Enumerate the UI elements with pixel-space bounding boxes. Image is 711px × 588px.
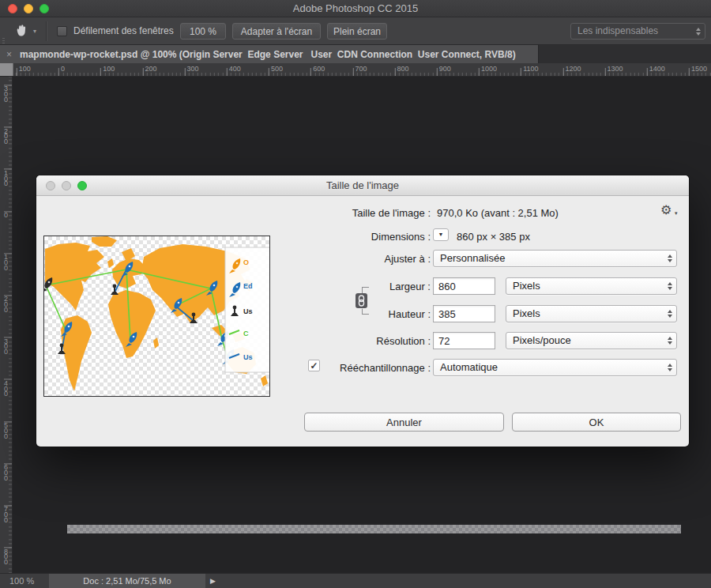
height-unit-select[interactable]: Pixels	[506, 305, 677, 322]
ruler-tick-label: 7 0 0	[0, 505, 12, 522]
ruler-tick-label: 8 0 0	[0, 548, 12, 565]
workspace-select[interactable]: Les indispensables	[570, 23, 705, 40]
ok-button[interactable]: OK	[512, 413, 681, 432]
width-unit-select[interactable]: Pixels	[506, 277, 677, 295]
updown-arrows-icon	[668, 310, 672, 318]
ruler-tick-label: 1400	[647, 65, 665, 73]
legend-edge-label: Ed	[243, 282, 253, 290]
ruler-tick-label: 1 0 0	[0, 169, 12, 187]
ruler-tick-label: 100	[17, 65, 31, 73]
ruler-tick-label: 500	[269, 65, 283, 73]
status-zoom-value[interactable]: 100 %	[9, 574, 34, 588]
horizontal-ruler[interactable]: 1000100200300400500600700800900100011001…	[0, 63, 711, 77]
dimensions-disclosure-button[interactable]: ▼	[433, 228, 449, 241]
ruler-tick-label: 700	[352, 65, 367, 73]
document-transparency-sliver	[67, 525, 681, 533]
minimize-button[interactable]	[24, 4, 33, 13]
resample-select[interactable]: Automatique	[433, 359, 677, 376]
image-size-value: 970,0 Ko (avant : 2,51 Mo)	[437, 207, 559, 219]
vertical-ruler[interactable]: 3 0 02 0 01 0 001 0 02 0 03 0 04 0 05 0 …	[0, 77, 13, 573]
resolution-unit-value: Pixels/pouce	[513, 334, 571, 346]
dialog-titlebar[interactable]: Taille de l'image	[36, 175, 689, 196]
dialog-zoom-button[interactable]	[77, 181, 87, 190]
close-button[interactable]	[8, 4, 17, 13]
zoom-100-button[interactable]: 100 %	[180, 23, 226, 40]
resample-value: Automatique	[440, 361, 498, 373]
map-legend: O Ed Us C Us	[225, 247, 270, 372]
width-label: Largeur :	[389, 281, 431, 292]
window-title: Adobe Photoshop CC 2015	[0, 0, 711, 17]
doc-info-arrow-icon[interactable]: ▶	[210, 574, 216, 588]
resolution-input[interactable]	[433, 332, 495, 349]
ruler-tick-label: 5 0 0	[0, 421, 12, 439]
ruler-tick-label: 4 0 0	[0, 379, 12, 397]
ruler-tick-label: 1000	[479, 65, 497, 73]
ruler-corner[interactable]	[0, 63, 13, 77]
fit-screen-button[interactable]: Adapter à l'écran	[232, 23, 321, 40]
ruler-tick-label: 0	[58, 65, 65, 73]
world-map-preview: O Ed Us C Us	[44, 236, 270, 397]
options-bar: ▾ Défilement des fenêtres 100 % Adapter …	[0, 17, 711, 45]
scroll-windows-label: Défilement des fenêtres	[73, 17, 174, 45]
hand-tool-icon[interactable]	[13, 23, 30, 39]
updown-arrows-icon	[668, 337, 672, 345]
status-bar: 100 % Doc : 2,51 Mo/75,5 Mo ▶	[0, 573, 711, 588]
updown-arrows-icon	[696, 28, 701, 36]
image-preview[interactable]: O Ed Us C Us	[43, 236, 270, 397]
ruler-tick-label: 600	[310, 65, 325, 73]
dialog-minimize-button[interactable]	[62, 181, 71, 190]
ruler-tick-label: 1300	[605, 65, 623, 73]
fit-to-select[interactable]: Personnalisée	[433, 250, 677, 267]
ruler-tick-label: 200	[142, 65, 156, 73]
tab-bar: × mapmonde-wp-rocket.psd @ 100% (Origin …	[0, 45, 711, 63]
gear-icon[interactable]: ⚙	[660, 202, 672, 217]
ruler-tick-label: 2 0 0	[0, 295, 12, 312]
dimensions-value: 860 px × 385 px	[457, 231, 530, 243]
cancel-button[interactable]: Annuler	[304, 413, 504, 432]
document-tab[interactable]: × mapmonde-wp-rocket.psd @ 100% (Origin …	[0, 45, 539, 63]
height-input[interactable]	[433, 305, 495, 322]
ruler-tick-label: 3 0 0	[0, 337, 12, 355]
updown-arrows-icon	[668, 254, 672, 262]
zoom-button[interactable]	[40, 4, 49, 13]
legend-connect-label: Us	[243, 353, 253, 361]
ruler-tick-label: 900	[437, 65, 451, 73]
resolution-unit-select[interactable]: Pixels/pouce	[506, 332, 677, 349]
ruler-tick-label: 6 0 0	[0, 463, 12, 481]
ruler-tick-label: 1200	[562, 65, 581, 73]
height-unit-value: Pixels	[513, 307, 540, 319]
dialog-close-button[interactable]	[46, 181, 55, 190]
fullscreen-button[interactable]: Plein écran	[327, 23, 387, 40]
fit-to-label: Ajuster à :	[384, 253, 431, 265]
legend-cdn-label: C	[243, 330, 249, 337]
image-size-dialog: Taille de l'image	[36, 175, 689, 447]
ruler-tick-label: 2 0 0	[0, 127, 12, 145]
scroll-windows-checkbox[interactable]	[57, 26, 67, 36]
ruler-tick-label: 1500	[689, 65, 707, 73]
window-titlebar: Adobe Photoshop CC 2015	[0, 0, 711, 17]
workspace-select-value: Les indispensables	[577, 25, 658, 36]
legend-user-label: Us	[243, 307, 253, 315]
doc-info[interactable]: Doc : 2,51 Mo/75,5 Mo	[49, 574, 205, 588]
photoshop-window: Adobe Photoshop CC 2015 ▾ Défilement des…	[0, 0, 711, 588]
fit-to-value: Personnalisée	[440, 252, 505, 264]
link-dimensions-icon[interactable]	[356, 293, 367, 308]
gear-caret-icon[interactable]: ▾	[675, 210, 678, 217]
resample-checkbox[interactable]: ✓	[308, 360, 320, 371]
resolution-label: Résolution :	[376, 335, 431, 347]
dialog-window-controls	[46, 181, 87, 190]
ruler-tick-label: 800	[395, 65, 409, 73]
tool-caret-icon[interactable]: ▾	[33, 28, 36, 35]
ruler-tick-label: 1100	[521, 65, 538, 73]
width-unit-value: Pixels	[513, 280, 540, 292]
dialog-title: Taille de l'image	[36, 175, 689, 195]
ruler-tick-label: 1 0 0	[0, 253, 12, 270]
width-input[interactable]	[433, 277, 495, 295]
ruler-tick-label: 300	[185, 65, 199, 73]
tab-close-icon[interactable]: ×	[6, 49, 12, 60]
ruler-tick-label: 400	[227, 65, 241, 73]
ruler-major-ticks	[4, 77, 12, 573]
legend-origin-label: O	[243, 258, 249, 266]
ruler-tick-label: 0	[0, 211, 12, 218]
ruler-tick-label: 3 0 0	[0, 85, 12, 102]
